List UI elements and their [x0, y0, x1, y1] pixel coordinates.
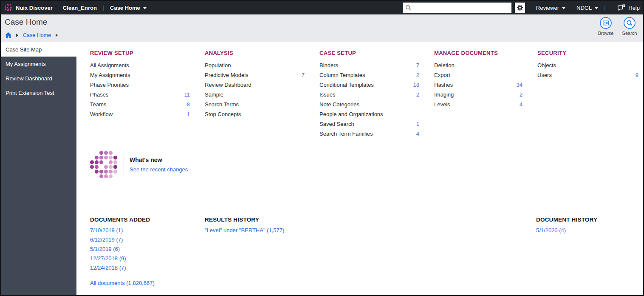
global-search-box[interactable] — [403, 3, 511, 13]
site-map-item: Teams8 — [90, 100, 190, 109]
site-map-item-link[interactable]: Phase Priorities — [90, 82, 129, 88]
site-map-item: Objects — [537, 60, 638, 70]
site-map-item-link[interactable]: People and Organizations — [319, 111, 383, 117]
whats-new-panel: What's new See the recent changes — [90, 151, 188, 178]
site-map-item-count[interactable]: 34 — [517, 82, 523, 88]
site-map-item-count[interactable]: 7 — [416, 62, 419, 68]
site-map-item-link[interactable]: Saved Search — [319, 121, 354, 127]
site-map-item-link[interactable]: Deletion — [434, 62, 455, 68]
site-map-item-link[interactable]: Imaging — [434, 91, 454, 98]
site-map-item-count[interactable]: 18 — [413, 82, 419, 88]
help-button[interactable]: ? Help — [617, 4, 640, 11]
site-map-item-count[interactable]: 7 — [302, 72, 305, 78]
site-map-item-link[interactable]: Stop Concepts — [205, 111, 241, 117]
breadcrumb: Case Home — [5, 32, 58, 38]
site-map-item-link[interactable]: Note Categories — [319, 101, 359, 108]
site-map-item-link[interactable]: Objects — [537, 62, 556, 68]
site-map-item-link[interactable]: Review Dashboard — [205, 82, 251, 88]
site-map-section: CASE SETUPBinders7Column Templates2Condi… — [319, 50, 419, 139]
search-options-button[interactable] — [515, 3, 525, 13]
site-map-item-link[interactable]: Search Terms — [205, 101, 239, 108]
topbar-divider: | — [604, 5, 605, 11]
search-view-button[interactable]: Search — [620, 17, 639, 36]
history-section: RESULTS HISTORY"Level" under "BERTHA" (1… — [205, 216, 284, 236]
history-section-title: DOCUMENTS ADDED — [90, 216, 155, 223]
app-window: Nuix Discover Clean_Enron | Case Home — [0, 0, 644, 296]
sidebar-item[interactable]: My Assignments — [1, 57, 76, 71]
topbar-divider: | — [103, 5, 104, 11]
search-input[interactable] — [413, 4, 509, 11]
site-map-item-link[interactable]: Workflow — [90, 111, 113, 117]
all-documents-link[interactable]: All documents (1,820,667) — [90, 280, 155, 289]
sidebar-item-label: Case Site Map — [6, 46, 42, 53]
site-map-item: Phase Priorities — [90, 80, 190, 90]
site-map-item-count[interactable]: 2 — [520, 91, 523, 98]
site-map-item-link[interactable]: Binders — [319, 62, 338, 68]
site-map-item: Predictive Models7 — [205, 70, 305, 80]
sidebar-item-label: My Assignments — [6, 61, 46, 67]
search-circle-icon — [623, 17, 636, 29]
history-link[interactable]: 5/1/2020 (4) — [536, 227, 597, 236]
site-map-item-link[interactable]: Sample — [205, 91, 223, 98]
case-name[interactable]: Clean_Enron — [63, 5, 97, 11]
site-map-item-link[interactable]: Hashes — [434, 82, 453, 88]
site-map-item: Levels4 — [434, 100, 523, 109]
site-map-item-link[interactable]: Export — [434, 72, 450, 78]
site-map-item: Search Term Families4 — [319, 129, 419, 139]
site-map-section: REVIEW SETUPAll AssignmentsMy Assignment… — [90, 50, 190, 139]
history-link[interactable]: 5/1/2019 (6) — [90, 246, 155, 255]
site-map-item-count[interactable]: 2 — [416, 91, 419, 98]
whats-new-link[interactable]: See the recent changes — [130, 166, 188, 173]
group-dropdown[interactable]: NDGL — [576, 5, 598, 11]
section-title: SECURITY — [537, 50, 638, 56]
site-map-item-link[interactable]: Phases — [90, 91, 108, 98]
history-link[interactable]: 6/12/2019 (7) — [90, 236, 155, 246]
history-link[interactable]: 12/24/2018 (7) — [90, 265, 155, 274]
section-dropdown[interactable]: Case Home — [110, 5, 147, 11]
site-map-item-count[interactable]: 4 — [520, 101, 523, 108]
sidebar-item[interactable]: Print Extension Test — [1, 85, 76, 100]
group-dropdown-label: NDGL — [576, 5, 592, 11]
site-map-item-link[interactable]: Users — [537, 72, 552, 78]
site-map-item-link[interactable]: All Assignments — [90, 62, 129, 68]
history-link[interactable]: "Level" under "BERTHA" (1,577) — [205, 227, 284, 236]
vertical-divider — [124, 154, 124, 175]
user-dropdown[interactable]: Reviewer — [536, 5, 565, 11]
site-map-item-count[interactable]: 1 — [187, 111, 190, 117]
site-map-item-link[interactable]: Predictive Models — [205, 72, 249, 78]
site-map-item: Hashes34 — [434, 80, 523, 90]
site-map-item-link[interactable]: Issues — [319, 91, 336, 98]
site-map-item: Review Dashboard — [205, 80, 305, 90]
site-map-item-link[interactable]: Conditional Templates — [319, 82, 374, 88]
sidebar: Case Site MapMy AssignmentsReview Dashbo… — [1, 42, 76, 295]
topbar: Nuix Discover Clean_Enron | Case Home — [1, 1, 643, 14]
site-map-item-link[interactable]: My Assignments — [90, 72, 130, 78]
site-map-item-count[interactable]: 2 — [416, 72, 419, 78]
history-link[interactable]: 12/27/2018 (9) — [90, 255, 155, 265]
help-icon: ? — [617, 4, 625, 11]
site-map-item-count[interactable]: 4 — [416, 131, 419, 137]
site-map-item: Phases11 — [90, 90, 190, 100]
svg-text:?: ? — [623, 4, 625, 7]
site-map-item-count[interactable]: 9 — [636, 72, 638, 78]
site-map-item-link[interactable]: Teams — [90, 101, 106, 108]
browse-button[interactable]: Browse — [596, 17, 615, 36]
site-map-item-link[interactable]: Levels — [434, 101, 450, 108]
site-map-item-link[interactable]: Population — [205, 62, 231, 68]
nuix-brand[interactable]: Nuix Discover — [5, 4, 53, 11]
site-map-item-count[interactable]: 8 — [187, 101, 190, 108]
site-map-item-count[interactable]: 1 — [416, 121, 419, 127]
breadcrumb-link[interactable]: Case Home — [23, 32, 51, 38]
site-map-item-link[interactable]: Search Term Families — [319, 131, 373, 137]
sidebar-item[interactable]: Review Dashboard — [1, 71, 76, 85]
browse-label: Browse — [598, 31, 614, 36]
browse-icon — [599, 17, 612, 29]
site-map-item: Deletion — [434, 60, 523, 70]
body: Case Site MapMy AssignmentsReview Dashbo… — [1, 42, 643, 295]
home-icon[interactable] — [5, 32, 11, 38]
site-map-item-count[interactable]: 11 — [184, 91, 190, 98]
history-link[interactable]: 7/10/2019 (1) — [90, 227, 155, 236]
sidebar-item[interactable]: Case Site Map — [1, 42, 76, 57]
site-map-item-link[interactable]: Column Templates — [319, 72, 365, 78]
site-map-item: Column Templates2 — [319, 70, 419, 80]
